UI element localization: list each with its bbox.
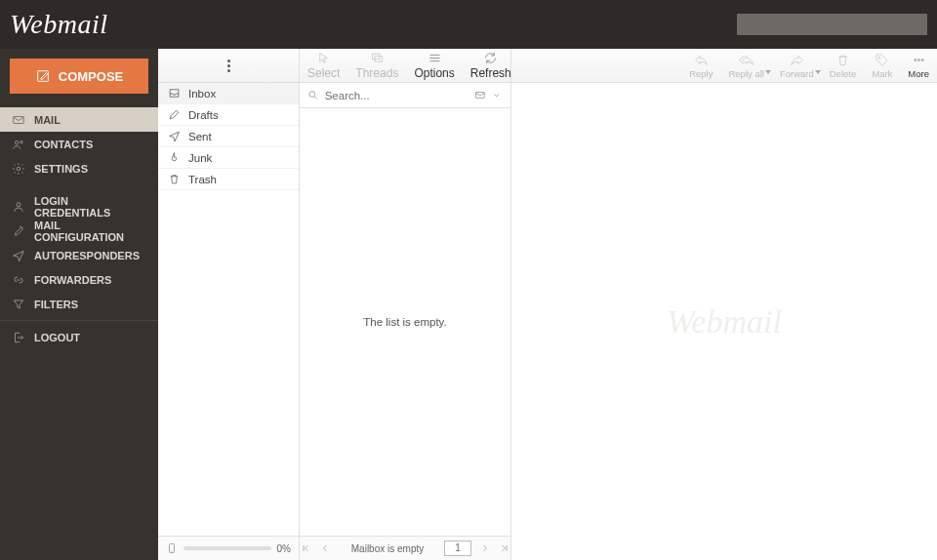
inbox-icon <box>168 87 181 100</box>
envelope-icon[interactable] <box>474 89 486 101</box>
threads-icon <box>370 51 385 65</box>
toolbar-options-button[interactable]: Options <box>406 49 462 82</box>
user-icon <box>12 200 25 214</box>
mail-icon <box>12 113 25 127</box>
fire-icon <box>168 151 181 164</box>
device-icon <box>166 542 178 554</box>
forward-icon <box>790 53 804 67</box>
svg-rect-10 <box>475 93 484 99</box>
sidebar-item-label: MAIL <box>34 114 61 126</box>
preview-watermark: Webmail <box>667 303 782 340</box>
sidebar-item-label: LOGIN CREDENTIALS <box>34 195 146 219</box>
message-list-empty: The list is empty. <box>300 108 510 536</box>
sidebar-item-mail-configuration[interactable]: MAIL CONFIGURATION <box>0 219 158 243</box>
trash-icon <box>168 173 181 185</box>
sidebar-item-label: SETTINGS <box>34 163 88 175</box>
svg-point-2 <box>16 140 20 144</box>
replyall-icon <box>739 53 754 67</box>
sidebar-item-label: AUTORESPONDERS <box>34 250 140 261</box>
sidebar-item-forwarders[interactable]: FORWARDERS <box>0 267 158 292</box>
sidebar-item-filters[interactable]: FILTERS <box>0 292 158 316</box>
toolbar-more-button[interactable]: More <box>900 49 937 82</box>
page-number[interactable]: 1 <box>444 540 471 556</box>
folder-options-button[interactable] <box>158 49 299 83</box>
toolbar-label: Mark <box>872 68 892 79</box>
chevron-down-icon[interactable] <box>491 89 503 101</box>
more-icon <box>912 53 926 67</box>
folder-drafts[interactable]: Drafts <box>158 104 299 126</box>
toolbar-label: Options <box>414 66 454 80</box>
sidebar-item-label: CONTACTS <box>34 139 93 150</box>
tag-icon <box>875 53 889 67</box>
toolbar-label: Delete <box>830 68 856 79</box>
sidebar-item-label: MAIL CONFIGURATION <box>34 220 146 243</box>
sidebar-item-settings[interactable]: SETTINGS <box>0 156 158 180</box>
svg-point-14 <box>921 59 923 60</box>
sidebar-item-autoresponders[interactable]: AUTORESPONDERS <box>0 243 158 267</box>
sidebar-item-contacts[interactable]: CONTACTS <box>0 132 158 156</box>
folder-label: Sent <box>188 131 212 142</box>
sent-icon <box>168 130 181 142</box>
toolbar-label: Threads <box>355 66 398 80</box>
sidebar-item-login-credentials[interactable]: LOGIN CREDENTIALS <box>0 194 158 219</box>
folder-label: Drafts <box>188 109 219 121</box>
tools-icon <box>12 224 25 238</box>
svg-point-3 <box>20 140 23 143</box>
toolbar-label: Forward <box>780 68 814 79</box>
reply-icon <box>694 53 709 67</box>
folder-trash[interactable]: Trash <box>158 169 299 190</box>
toolbar-label: Refresh <box>470 66 511 80</box>
list-footer: Mailbox is empty 1 <box>300 536 510 560</box>
toolbar-label: More <box>908 68 929 79</box>
folder-label: Inbox <box>188 88 216 100</box>
search-bar <box>300 83 510 108</box>
compose-button[interactable]: COMPOSE <box>10 59 148 94</box>
caret-icon <box>765 70 771 74</box>
svg-rect-1 <box>14 116 24 123</box>
gear-icon <box>12 162 25 176</box>
header-right-placeholder <box>737 14 927 35</box>
sidebar-item-logout[interactable]: LOGOUT <box>0 325 158 349</box>
folder-label: Junk <box>188 152 212 164</box>
pencil-icon <box>168 108 181 121</box>
preview-pane: ReplyReply allForwardDeleteMarkMore Webm… <box>511 49 937 560</box>
quota-bar: 0% <box>158 536 299 560</box>
toolbar-label: Reply all <box>728 68 763 79</box>
folder-sent[interactable]: Sent <box>158 126 299 147</box>
svg-point-12 <box>914 59 916 60</box>
next-page-icon[interactable] <box>479 542 491 554</box>
link-icon <box>12 273 25 287</box>
sidebar: COMPOSE MAIL CONTACTS SETTINGS LOGIN CRE… <box>0 49 158 560</box>
send-icon <box>12 249 25 262</box>
logout-icon <box>12 331 25 344</box>
toolbar-forward-button: Forward <box>772 49 822 82</box>
cursor-icon <box>316 51 331 65</box>
svg-point-13 <box>917 59 919 60</box>
search-input[interactable] <box>325 90 468 101</box>
app-logo: Webmail <box>10 9 107 40</box>
message-toolbar: ReplyReply allForwardDeleteMarkMore <box>511 49 937 83</box>
options-icon <box>428 51 442 65</box>
refresh-icon <box>483 51 498 65</box>
svg-point-11 <box>878 57 880 59</box>
compose-icon <box>35 68 51 84</box>
prev-page-icon[interactable] <box>319 542 331 554</box>
quota-value: 0% <box>277 543 291 554</box>
toolbar-mark-button: Mark <box>864 49 900 82</box>
first-page-icon[interactable] <box>300 542 311 554</box>
folder-junk[interactable]: Junk <box>158 147 299 169</box>
sidebar-item-label: FORWARDERS <box>34 274 111 286</box>
sidebar-item-mail[interactable]: MAIL <box>0 107 158 132</box>
last-page-icon[interactable] <box>499 542 510 554</box>
toolbar-label: Select <box>307 66 340 80</box>
svg-point-9 <box>309 92 315 98</box>
svg-point-4 <box>17 167 20 171</box>
empty-text: The list is empty. <box>363 316 446 328</box>
folder-inbox[interactable]: Inbox <box>158 83 299 104</box>
sidebar-item-label: FILTERS <box>34 299 78 310</box>
toolbar-delete-button: Delete <box>822 49 864 82</box>
toolbar-reply-button: Reply <box>681 49 720 82</box>
app-header: Webmail <box>0 0 937 49</box>
caret-icon <box>815 70 821 74</box>
toolbar-reply-all-button: Reply all <box>720 49 771 82</box>
